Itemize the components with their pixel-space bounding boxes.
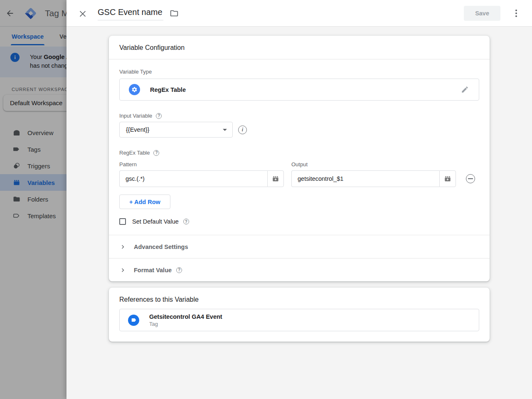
set-default-value-checkbox[interactable] [119, 218, 126, 225]
format-value-expander[interactable]: Format Value ? [109, 258, 490, 281]
pattern-label: Pattern [119, 161, 284, 167]
chevron-right-icon [119, 243, 127, 251]
reference-text: Getsitecontrol GA4 Event Tag [149, 313, 222, 327]
reference-item[interactable]: Getsitecontrol GA4 Event Tag [119, 309, 479, 331]
output-label: Output [291, 161, 456, 167]
help-icon[interactable]: ? [156, 113, 162, 119]
pattern-input[interactable] [119, 170, 267, 187]
more-options-icon[interactable] [511, 7, 521, 19]
variable-type-label: Variable Type [119, 69, 479, 75]
insert-variable-icon[interactable] [439, 170, 456, 187]
save-button[interactable]: Save [464, 6, 500, 21]
drawer-header: GSC Event name Save [66, 0, 532, 27]
card-title: Variable Configuration [109, 36, 490, 59]
reference-name: Getsitecontrol GA4 Event [149, 313, 222, 320]
variable-type-box[interactable]: RegEx Table [119, 79, 479, 101]
remove-row-icon[interactable] [466, 174, 475, 183]
edit-pencil-icon[interactable] [460, 85, 470, 95]
output-input[interactable] [291, 170, 439, 187]
chevron-right-icon [119, 266, 127, 274]
reference-type: Tag [149, 321, 222, 327]
gtm-variable-editor-screen: Tag Ma Workspace Vers i Your Google A ha… [0, 0, 532, 399]
regex-table-label: RegEx Table ? [119, 150, 479, 156]
variable-editor-drawer: GSC Event name Save Variable Configurati… [66, 0, 532, 399]
insert-variable-icon[interactable] [267, 170, 284, 187]
help-icon[interactable]: ? [153, 150, 159, 156]
variable-configuration-card: Variable Configuration Variable Type Reg… [109, 36, 490, 281]
references-title: References to this Variable [109, 288, 490, 309]
add-row-button[interactable]: + Add Row [119, 195, 170, 209]
drawer-body: Variable Configuration Variable Type Reg… [66, 27, 532, 342]
help-icon[interactable]: ? [176, 267, 182, 273]
tag-icon [128, 315, 139, 326]
input-variable-label: Input Variable ? [119, 113, 479, 119]
variable-name-field[interactable]: GSC Event name [98, 6, 163, 20]
output-column: Output [291, 161, 456, 187]
gear-icon [129, 84, 140, 95]
advanced-settings-expander[interactable]: Advanced Settings [109, 235, 490, 258]
pattern-column: Pattern [119, 161, 284, 187]
modal-scrim[interactable] [0, 0, 66, 399]
info-icon[interactable]: i [238, 126, 247, 134]
chevron-down-icon [223, 129, 227, 131]
close-icon[interactable] [78, 9, 87, 18]
input-variable-select[interactable]: {{Event}} [119, 122, 233, 138]
set-default-value-label: Set Default Value [132, 218, 179, 225]
move-to-folder-icon[interactable] [169, 8, 179, 18]
help-icon[interactable]: ? [183, 219, 189, 224]
references-card: References to this Variable Getsitecontr… [109, 288, 490, 342]
variable-type-value: RegEx Table [150, 86, 186, 93]
